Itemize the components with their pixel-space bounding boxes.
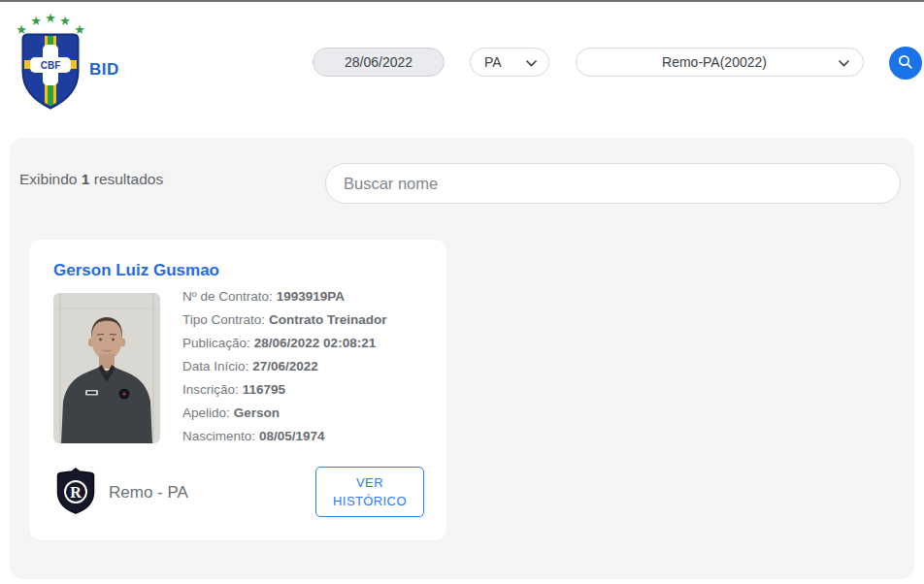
detail-label: Publicação: [182, 336, 250, 350]
detail-value: 08/05/1974 [259, 429, 325, 443]
detail-value: Contrato Treinador [269, 312, 387, 327]
chevron-down-icon [839, 54, 849, 70]
club-select[interactable]: Remo-PA(20022) [576, 48, 864, 77]
results-count-suffix: resultados [94, 171, 164, 187]
search-button[interactable] [889, 47, 922, 80]
date-filter-value: 28/06/2022 [345, 54, 412, 70]
detail-row: Nº de Contrato:1993919PA [182, 285, 387, 308]
detail-label: Nascimento: [182, 429, 255, 443]
club-badge-letter: R [70, 484, 82, 501]
detail-value: 116795 [243, 382, 285, 397]
svg-text:★: ★ [30, 14, 42, 28]
detail-row: Publicação:28/06/2022 02:08:21 [182, 332, 387, 355]
contract-details: Nº de Contrato:1993919PA Tipo Contrato:C… [182, 285, 387, 448]
detail-label: Tipo Contrato: [182, 312, 265, 327]
app-title: BID [89, 60, 119, 80]
results-count-prefix: Exibindo [19, 171, 77, 187]
detail-label: Data Início: [182, 359, 248, 373]
player-name-link[interactable]: Gerson Luiz Gusmao [53, 261, 219, 280]
detail-label: Nº de Contrato: [182, 289, 273, 304]
results-count: Exibindo 1 resultados [19, 171, 163, 188]
svg-text:★: ★ [59, 14, 71, 28]
detail-label: Apelido: [182, 406, 230, 420]
cbf-monogram-text: CBF [41, 60, 61, 71]
cbf-shield-icon: ★ ★ ★ ★ ★ CBF [14, 14, 87, 113]
detail-label: Inscrição: [182, 382, 239, 397]
club-row: R Remo - PA [53, 467, 188, 519]
player-card: Gerson Luiz Gusmao [29, 240, 446, 540]
detail-value: 28/06/2022 02:08:21 [254, 336, 376, 350]
cbf-logo: ★ ★ ★ ★ ★ CBF [14, 14, 87, 116]
player-photo [53, 293, 160, 443]
detail-row: Nascimento:08/05/1974 [182, 425, 387, 448]
results-count-number: 1 [82, 171, 90, 187]
detail-value: 27/06/2022 [252, 359, 318, 373]
search-input[interactable] [325, 163, 901, 204]
state-select[interactable]: PA [470, 48, 549, 77]
detail-value: Gerson [234, 406, 280, 420]
detail-value: 1993919PA [277, 289, 345, 304]
date-filter-input[interactable]: 28/06/2022 [313, 48, 445, 77]
view-history-button[interactable]: VER HISTÓRICO [315, 467, 424, 517]
results-panel: Exibindo 1 resultados Gerson Luiz Gusmao [10, 138, 914, 579]
club-name: Remo - PA [109, 483, 188, 503]
bid-page: ★ ★ ★ ★ ★ CBF [0, 0, 924, 584]
detail-row: Inscrição:116795 [182, 378, 387, 402]
detail-row: Data Início:27/06/2022 [182, 355, 387, 378]
player-photo-illustration [53, 293, 160, 443]
search-icon [897, 53, 914, 74]
detail-row: Apelido:Gerson [182, 402, 387, 425]
chevron-down-icon [526, 54, 537, 70]
club-badge-icon: R [53, 467, 98, 519]
state-select-value: PA [484, 54, 502, 70]
svg-text:★: ★ [45, 14, 56, 25]
club-select-value: Remo-PA(20022) [590, 54, 839, 70]
detail-row: Tipo Contrato:Contrato Treinador [182, 308, 387, 332]
